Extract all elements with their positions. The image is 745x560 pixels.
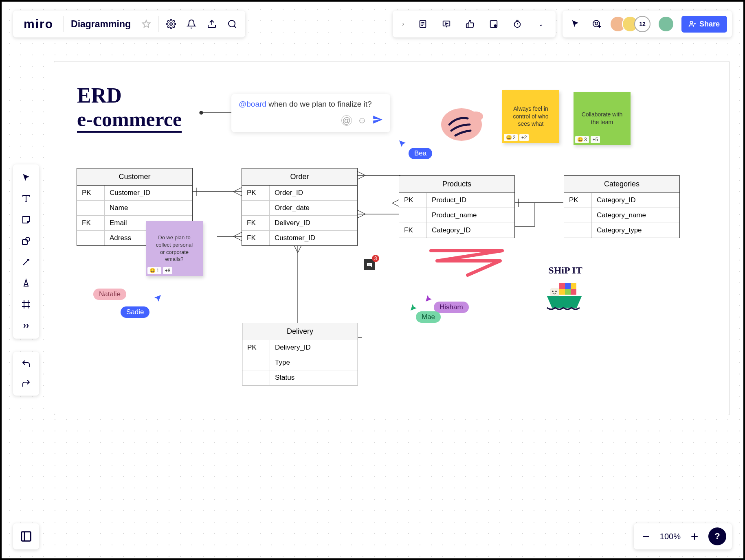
title-line2: e-commerce <box>77 107 182 133</box>
divider <box>158 16 159 32</box>
emoji-icon[interactable]: ☺ <box>358 115 367 126</box>
sticky-tool[interactable] <box>16 210 36 230</box>
zoom-out-button[interactable]: − <box>640 529 653 544</box>
table-row[interactable]: Type <box>242 355 358 370</box>
select-tool[interactable] <box>16 168 36 187</box>
board-title[interactable]: Diagramming <box>68 19 134 30</box>
more-tools[interactable]: ›› <box>16 316 36 335</box>
reaction-badge[interactable]: 😀3 <box>575 136 589 143</box>
ship-it-sticker[interactable]: SHiP IT <box>543 265 588 314</box>
svg-marker-10 <box>446 23 448 24</box>
add-reaction[interactable]: +5 <box>591 136 600 143</box>
cursor-sadie: Sadie <box>121 306 149 318</box>
thumbs-up-icon[interactable] <box>462 16 478 32</box>
comment-text: @board when do we plan to finalize it? <box>239 100 383 109</box>
help-button[interactable]: ? <box>708 527 726 545</box>
field-cell: Delivery_ID <box>270 216 357 230</box>
add-reaction[interactable]: +2 <box>519 134 529 141</box>
undo-button[interactable] <box>16 354 36 374</box>
svg-rect-73 <box>559 289 565 295</box>
hand-drawing[interactable] <box>437 102 486 147</box>
sticky-note-purple[interactable]: Do we plan to collect personal or corpor… <box>146 221 203 276</box>
table-row[interactable]: Product_name <box>399 208 514 223</box>
field-cell: Status <box>270 370 358 385</box>
zoom-in-button[interactable]: + <box>688 529 701 544</box>
table-row[interactable]: FKCustomer_ID <box>242 231 357 245</box>
header-center-tools: › ⌄ <box>393 11 556 37</box>
presentation-icon[interactable] <box>438 16 455 32</box>
expand-icon[interactable]: › <box>399 16 407 32</box>
table-row[interactable]: PKProduct_ID <box>399 193 514 208</box>
pen-tool[interactable] <box>16 273 36 293</box>
search-icon[interactable] <box>224 16 240 32</box>
minimap-toggle[interactable] <box>13 523 39 549</box>
cursor-mae: Mae <box>416 311 441 323</box>
mention-icon[interactable]: @ <box>341 115 352 126</box>
table-row[interactable]: PKDelivery_ID <box>242 340 358 355</box>
share-label: Share <box>699 20 720 28</box>
undo-redo-panel <box>13 352 39 396</box>
share-button[interactable]: Share <box>681 16 727 33</box>
table-row[interactable]: Category_name <box>564 208 679 223</box>
table-row[interactable]: PKOrder_ID <box>242 186 357 201</box>
export-icon[interactable] <box>204 16 220 32</box>
table-categories[interactable]: Categories PKCategory_IDCategory_nameCat… <box>564 175 680 238</box>
svg-line-47 <box>357 175 365 179</box>
key-cell <box>242 201 270 215</box>
table-products[interactable]: Products PKProduct_IDProduct_nameFKCateg… <box>399 175 515 238</box>
redo-button[interactable] <box>16 374 36 393</box>
field-cell: Order_ID <box>270 186 357 200</box>
settings-icon[interactable] <box>163 16 179 32</box>
star-icon[interactable] <box>138 16 154 32</box>
table-row[interactable]: Status <box>242 370 358 385</box>
comment-thread-icon[interactable]: 3 <box>364 259 375 270</box>
sticky-note-green[interactable]: Collaborate with the team 😀3 +5 <box>574 92 631 145</box>
sticky-text: Always feel in control of who sees what <box>510 105 552 128</box>
avatar-stack[interactable]: 12 <box>610 16 651 32</box>
reaction-icon[interactable] <box>589 16 605 32</box>
bell-icon[interactable] <box>183 16 200 32</box>
avatar-self[interactable] <box>658 16 674 32</box>
zoom-value[interactable]: 100% <box>660 532 681 541</box>
logo[interactable]: miro <box>18 17 59 31</box>
shape-tool[interactable] <box>16 231 36 251</box>
table-delivery[interactable]: Delivery PKDelivery_IDTypeStatus <box>242 323 358 385</box>
note-icon[interactable] <box>415 16 431 32</box>
diagram-title[interactable]: ERD e-commerce <box>77 83 182 133</box>
connector-tool[interactable] <box>16 252 36 272</box>
svg-point-19 <box>597 22 598 23</box>
scribble[interactable] <box>429 247 510 279</box>
reaction-badge[interactable]: 😀2 <box>504 134 518 141</box>
add-reaction[interactable]: +8 <box>163 267 173 274</box>
svg-marker-0 <box>143 20 150 27</box>
svg-line-64 <box>298 245 302 253</box>
table-row[interactable]: PKCategory_ID <box>564 193 679 208</box>
frame-tool[interactable] <box>16 295 36 314</box>
table-row[interactable]: Category_type <box>564 223 679 238</box>
chevron-down-icon[interactable]: ⌄ <box>533 16 549 32</box>
cursor-icon[interactable] <box>567 16 584 32</box>
table-row[interactable]: FKDelivery_ID <box>242 216 357 231</box>
svg-point-1 <box>170 23 172 25</box>
send-icon[interactable] <box>372 114 383 127</box>
sticky-note-yellow[interactable]: Always feel in control of who sees what … <box>502 90 559 143</box>
sticky-text: Collaborate with the team <box>581 111 623 126</box>
svg-rect-35 <box>22 532 31 541</box>
table-row[interactable]: Order_date <box>242 201 357 216</box>
timer-icon[interactable] <box>509 16 525 32</box>
cursor-hisham-pointer <box>425 293 435 303</box>
table-row[interactable]: FKCategory_ID <box>399 223 514 238</box>
table-row[interactable]: Name <box>77 201 192 216</box>
table-order[interactable]: Order PKOrder_IDOrder_dateFKDelivery_IDF… <box>242 168 358 246</box>
comment-box[interactable]: @board when do we plan to finalize it? @… <box>231 94 390 132</box>
reaction-badge[interactable]: 😀1 <box>147 267 161 274</box>
svg-line-51 <box>357 210 365 214</box>
table-row[interactable]: PKCustomer_ID <box>77 186 192 201</box>
mention: @board <box>239 100 266 108</box>
canvas-frame[interactable]: ERD e-commerce <box>54 61 730 415</box>
avatar-more[interactable]: 12 <box>634 16 651 32</box>
text-tool[interactable] <box>16 189 36 208</box>
svg-line-29 <box>23 259 29 265</box>
key-cell: PK <box>242 340 270 355</box>
comment-add-icon[interactable] <box>486 16 502 32</box>
